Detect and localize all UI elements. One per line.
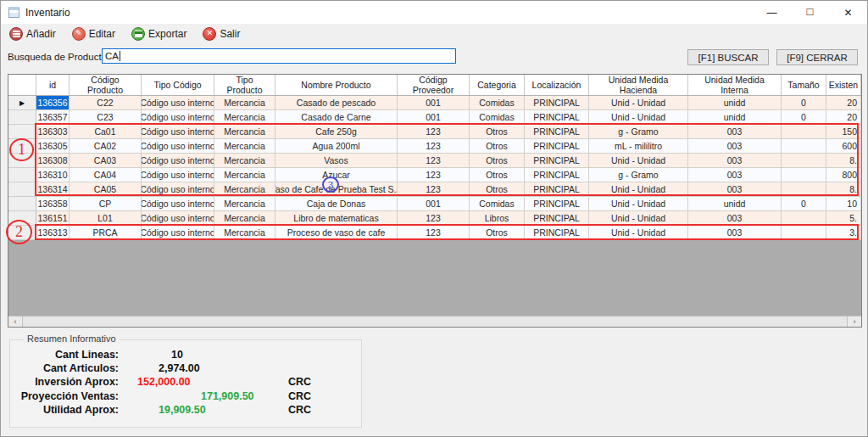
cell[interactable]: 136303 <box>36 125 70 139</box>
cerrar-button[interactable]: [F9] CERRAR <box>776 49 858 65</box>
cell[interactable]: 20 <box>826 96 861 110</box>
cell[interactable]: 3. <box>826 226 861 240</box>
cell[interactable]: Libros <box>470 211 525 226</box>
cell[interactable]: 123 <box>398 154 470 168</box>
cell[interactable]: 123 <box>398 125 470 139</box>
cell[interactable]: PRCA <box>70 226 142 240</box>
cell[interactable]: 003 <box>688 182 782 197</box>
minimize-button[interactable]: — <box>753 1 791 24</box>
cell[interactable] <box>782 211 826 226</box>
cell[interactable]: unidd <box>688 110 782 125</box>
cell[interactable]: PRINCIPAL <box>525 110 589 125</box>
cell[interactable]: PRINCIPAL <box>525 168 589 182</box>
cell[interactable]: Mercancia <box>214 182 275 197</box>
cell[interactable]: Unid - Unidad <box>589 211 688 226</box>
cell[interactable]: 123 <box>398 182 470 197</box>
cell[interactable]: 136357 <box>36 110 70 125</box>
cell[interactable]: C22 <box>70 96 142 110</box>
cell[interactable]: CA05 <box>70 182 142 197</box>
close-button[interactable]: ✕ <box>829 1 867 24</box>
cell[interactable]: Otros <box>470 125 525 139</box>
cell[interactable] <box>782 125 826 139</box>
cell[interactable]: 123 <box>398 226 470 240</box>
cell[interactable]: 001 <box>398 110 470 125</box>
row-header[interactable] <box>8 154 36 168</box>
scroll-left-icon[interactable]: ‹ <box>8 317 23 327</box>
cell[interactable]: 150 <box>826 125 861 139</box>
cell[interactable]: Casado de Carne <box>275 110 398 125</box>
cell[interactable]: Código uso interno <box>142 226 214 240</box>
cell[interactable]: 001 <box>398 197 470 211</box>
column-header[interactable]: Categoria <box>470 75 525 95</box>
cell[interactable] <box>782 182 826 197</box>
cell[interactable]: unidd <box>688 96 782 110</box>
cell[interactable]: Ca01 <box>70 125 142 139</box>
cell[interactable]: Libro de matematicas <box>275 211 398 226</box>
edit-button[interactable]: ✎Editar <box>72 25 115 42</box>
cell[interactable]: Otros <box>470 168 525 182</box>
cell[interactable]: Unid - Unidad <box>589 226 688 240</box>
scrollbar-thumb[interactable] <box>23 317 847 327</box>
h-scrollbar[interactable]: ‹ › <box>8 316 861 327</box>
cell[interactable] <box>782 139 826 154</box>
row-header[interactable]: ▶ <box>8 96 36 110</box>
cell[interactable]: PRINCIPAL <box>525 96 589 110</box>
cell[interactable]: unidd <box>688 197 782 211</box>
row-header[interactable] <box>8 226 36 240</box>
add-button[interactable]: Añadir <box>9 25 56 42</box>
cell[interactable]: C23 <box>70 110 142 125</box>
column-header[interactable]: Código Producto <box>70 75 142 95</box>
cell[interactable]: CA04 <box>70 168 142 182</box>
column-header[interactable]: Nombre Producto <box>275 75 398 95</box>
cell[interactable]: 136308 <box>36 154 70 168</box>
cell[interactable]: CA02 <box>70 139 142 154</box>
cell[interactable]: CA03 <box>70 154 142 168</box>
cell[interactable]: 0 <box>782 96 826 110</box>
cell[interactable]: mL - mililitro <box>589 139 688 154</box>
scroll-right-icon[interactable]: › <box>847 317 861 327</box>
cell[interactable]: 600 <box>826 139 861 154</box>
cell[interactable]: Mercancia <box>214 154 275 168</box>
cell[interactable]: 136314 <box>36 182 70 197</box>
cell[interactable]: Comidas <box>470 110 525 125</box>
cell[interactable]: 0 <box>782 197 826 211</box>
cell[interactable]: Código uso interno <box>142 182 214 197</box>
cell[interactable]: Mercancia <box>214 139 275 154</box>
cell[interactable]: Mercancia <box>214 168 275 182</box>
cell[interactable]: Mercancia <box>214 96 275 110</box>
export-button[interactable]: Exportar <box>131 25 186 42</box>
cell[interactable]: PRINCIPAL <box>525 182 589 197</box>
cell[interactable]: Código uso interno <box>142 211 214 226</box>
cell[interactable]: 136305 <box>36 139 70 154</box>
cell[interactable]: PRINCIPAL <box>525 226 589 240</box>
row-header[interactable] <box>8 211 36 226</box>
column-header[interactable]: Existen <box>826 75 861 95</box>
cell[interactable]: 003 <box>688 168 782 182</box>
cell[interactable]: Código uso interno <box>142 197 214 211</box>
cell[interactable]: Código uso interno <box>142 125 214 139</box>
column-header[interactable]: Códigp Proveedor <box>398 75 470 95</box>
cell[interactable]: g - Gramo <box>589 168 688 182</box>
column-header[interactable]: Tamaño <box>782 75 826 95</box>
cell[interactable]: Otros <box>470 182 525 197</box>
cell[interactable]: 136310 <box>36 168 70 182</box>
cell[interactable]: 136151 <box>36 211 70 226</box>
search-input[interactable]: CA <box>102 48 456 64</box>
cell[interactable]: Mercancia <box>214 226 275 240</box>
cell[interactable]: 003 <box>688 211 782 226</box>
cell[interactable]: Código uso interno <box>142 168 214 182</box>
row-header[interactable] <box>8 110 36 125</box>
cell[interactable]: Mercancia <box>214 110 275 125</box>
cell[interactable]: Cafe 250g <box>275 125 398 139</box>
column-header[interactable]: id <box>36 75 70 95</box>
cell[interactable]: PRINCIPAL <box>525 197 589 211</box>
column-header[interactable] <box>8 75 36 95</box>
cell[interactable]: 136356 <box>36 96 70 110</box>
cell[interactable]: Azucar <box>275 168 398 182</box>
cell[interactable]: 5. <box>826 211 861 226</box>
cell[interactable]: Mercancia <box>214 197 275 211</box>
cell[interactable]: 8. <box>826 154 861 168</box>
cell[interactable]: 10 <box>826 197 861 211</box>
cell[interactable]: g - Gramo <box>589 125 688 139</box>
cell[interactable]: Unid - Unidad <box>589 182 688 197</box>
